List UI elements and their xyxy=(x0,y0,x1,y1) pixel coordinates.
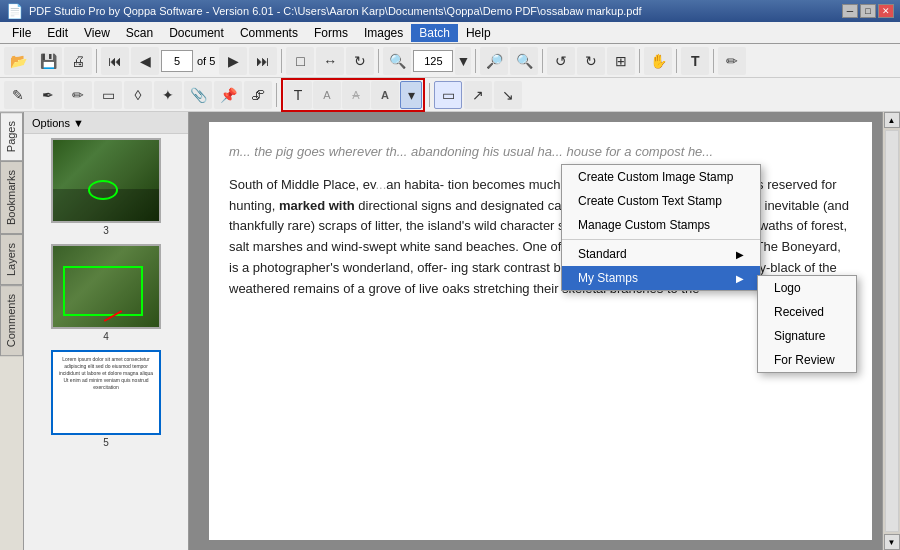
thumbnail-header: Options ▼ xyxy=(24,112,188,134)
forreview-stamp-label: For Review xyxy=(774,353,835,367)
titlebar: 📄 PDF Studio Pro by Qoppa Software - Ver… xyxy=(0,0,900,22)
next-page-button[interactable]: ▶ xyxy=(219,47,247,75)
menu-file[interactable]: File xyxy=(4,24,39,42)
zoom-dropdown-button[interactable]: ▼ xyxy=(455,47,471,75)
pan-button[interactable]: ✋ xyxy=(644,47,672,75)
thumbnail-img-5: Lorem ipsum dolor sit amet consectetur a… xyxy=(51,350,161,435)
zoom-in-button[interactable]: 🔎 xyxy=(480,47,508,75)
stamp-btn-2[interactable]: A xyxy=(313,81,341,109)
dropdown-separator xyxy=(562,239,760,240)
fit-page-button[interactable]: □ xyxy=(286,47,314,75)
text-select-button[interactable]: T xyxy=(681,47,709,75)
received-stamp-item[interactable]: Received xyxy=(758,300,856,324)
annot-btn-5[interactable]: ◊ xyxy=(124,81,152,109)
menu-document[interactable]: Document xyxy=(161,24,232,42)
thumbnail-page4[interactable]: 4 xyxy=(28,244,184,342)
separator8 xyxy=(713,49,714,73)
prev-page-button[interactable]: ◀ xyxy=(131,47,159,75)
my-stamps-arrow-icon: ▶ xyxy=(736,273,744,284)
my-stamps-submenu: Logo Received Signature For Review xyxy=(757,275,857,373)
signature-stamp-item[interactable]: Signature xyxy=(758,324,856,348)
menu-comments[interactable]: Comments xyxy=(232,24,306,42)
create-text-stamp-label: Create Custom Text Stamp xyxy=(578,194,722,208)
scroll-down-button[interactable]: ▼ xyxy=(884,534,900,550)
refresh-button[interactable]: ↺ xyxy=(547,47,575,75)
typewriter-button[interactable]: ✏ xyxy=(718,47,746,75)
logo-stamp-item[interactable]: Logo xyxy=(758,276,856,300)
stamp-dropdown-menu: Create Custom Image Stamp Create Custom … xyxy=(561,164,761,291)
options-label[interactable]: Options ▼ xyxy=(32,117,84,129)
redo-button[interactable]: ↻ xyxy=(577,47,605,75)
annot-btn-9[interactable]: 🖇 xyxy=(244,81,272,109)
page-number-input[interactable]: 5 xyxy=(161,50,193,72)
thumbnail-scroll[interactable]: 3 4 Lorem ipsum dolor sit amet consectet… xyxy=(24,134,188,550)
standard-arrow-icon: ▶ xyxy=(736,249,744,260)
manage-stamps-item[interactable]: Manage Custom Stamps xyxy=(562,213,760,237)
redact-btn-3[interactable]: ↘ xyxy=(494,81,522,109)
annot-btn-1[interactable]: ✎ xyxy=(4,81,32,109)
annot-btn-8[interactable]: 📌 xyxy=(214,81,242,109)
menu-forms[interactable]: Forms xyxy=(306,24,356,42)
first-page-button[interactable]: ⏮ xyxy=(101,47,129,75)
fit-width-button[interactable]: ↔ xyxy=(316,47,344,75)
stamp-btn-3[interactable]: A xyxy=(342,81,370,109)
search-button[interactable]: 🔍 xyxy=(510,47,538,75)
sidebar-tab-comments[interactable]: Comments xyxy=(0,285,23,356)
annot-btn-7[interactable]: 📎 xyxy=(184,81,212,109)
create-image-stamp-item[interactable]: Create Custom Image Stamp xyxy=(562,165,760,189)
thumbnail-img-4 xyxy=(51,244,161,329)
separator3 xyxy=(378,49,379,73)
sidebar-tab-pages[interactable]: Pages xyxy=(0,112,23,161)
separator1 xyxy=(96,49,97,73)
annot-btn-4[interactable]: ▭ xyxy=(94,81,122,109)
standard-stamps-item[interactable]: Standard ▶ xyxy=(562,242,760,266)
snap-button[interactable]: ⊞ xyxy=(607,47,635,75)
last-page-button[interactable]: ⏭ xyxy=(249,47,277,75)
left-tabs: Pages Bookmarks Layers Comments xyxy=(0,112,24,550)
stamp-btn-4[interactable]: A xyxy=(371,81,399,109)
scroll-track[interactable] xyxy=(885,130,899,532)
toolbar2: ✎ ✒ ✏ ▭ ◊ ✦ 📎 📌 🖇 T A A A ▾ ▭ ↗ ↘ xyxy=(0,78,900,112)
redact-btn-1[interactable]: ▭ xyxy=(434,81,462,109)
toolbar1: 📂 💾 🖨 ⏮ ◀ 5 of 5 ▶ ⏭ □ ↔ ↻ 🔍 125 ▼ 🔎 🔍 ↺… xyxy=(0,44,900,78)
received-stamp-label: Received xyxy=(774,305,824,319)
maximize-button[interactable]: □ xyxy=(860,4,876,18)
thumb-label-3: 3 xyxy=(28,225,184,236)
menu-images[interactable]: Images xyxy=(356,24,411,42)
open-button[interactable]: 📂 xyxy=(4,47,32,75)
right-scrollbar[interactable]: ▲ ▼ xyxy=(882,112,900,550)
thumbnail-page3[interactable]: 3 xyxy=(28,138,184,236)
sidebar-tab-layers[interactable]: Layers xyxy=(0,234,23,285)
thumb-label-5: 5 xyxy=(28,437,184,448)
forreview-stamp-item[interactable]: For Review xyxy=(758,348,856,372)
stamp-btn-1[interactable]: T xyxy=(284,81,312,109)
save-button[interactable]: 💾 xyxy=(34,47,62,75)
thumbnail-page5[interactable]: Lorem ipsum dolor sit amet consectetur a… xyxy=(28,350,184,448)
menu-scan[interactable]: Scan xyxy=(118,24,161,42)
separator7 xyxy=(676,49,677,73)
zoom-input[interactable]: 125 xyxy=(413,50,453,72)
rotate-button[interactable]: ↻ xyxy=(346,47,374,75)
print-button[interactable]: 🖨 xyxy=(64,47,92,75)
annot-btn-3[interactable]: ✏ xyxy=(64,81,92,109)
main-layout: Pages Bookmarks Layers Comments Options … xyxy=(0,112,900,550)
scroll-up-button[interactable]: ▲ xyxy=(884,112,900,128)
menu-help[interactable]: Help xyxy=(458,24,499,42)
annot-btn-6[interactable]: ✦ xyxy=(154,81,182,109)
content-area: m... the pig goes wherever th... abandon… xyxy=(189,112,882,550)
close-button[interactable]: ✕ xyxy=(878,4,894,18)
sidebar-tab-bookmarks[interactable]: Bookmarks xyxy=(0,161,23,234)
zoom-out-button[interactable]: 🔍 xyxy=(383,47,411,75)
annot-btn-2[interactable]: ✒ xyxy=(34,81,62,109)
my-stamps-item[interactable]: My Stamps ▶ xyxy=(562,266,760,290)
menu-batch[interactable]: Batch xyxy=(411,24,458,42)
thumbnail-img-3 xyxy=(51,138,161,223)
stamp-dropdown-btn[interactable]: ▾ xyxy=(400,81,422,109)
create-text-stamp-item[interactable]: Create Custom Text Stamp xyxy=(562,189,760,213)
separator4 xyxy=(475,49,476,73)
menu-view[interactable]: View xyxy=(76,24,118,42)
redact-btn-2[interactable]: ↗ xyxy=(464,81,492,109)
minimize-button[interactable]: ─ xyxy=(842,4,858,18)
pdf-para1: m... the pig goes wherever th... abandon… xyxy=(229,142,852,163)
menu-edit[interactable]: Edit xyxy=(39,24,76,42)
